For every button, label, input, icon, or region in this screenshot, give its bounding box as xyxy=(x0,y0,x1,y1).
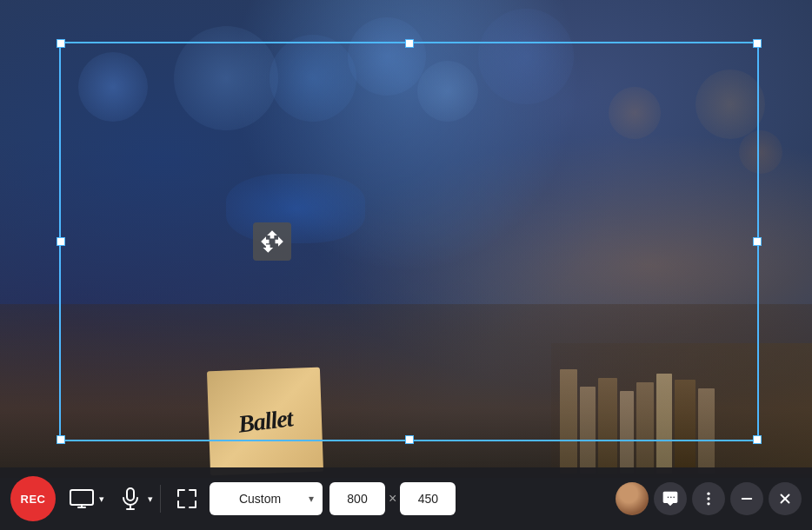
close-icon xyxy=(777,491,793,507)
mic-icon-wrap: ▾ xyxy=(111,481,153,516)
screen-icon xyxy=(70,489,94,508)
chat-icon xyxy=(662,490,679,507)
minus-icon xyxy=(739,491,755,507)
crop-selection[interactable] xyxy=(59,42,759,441)
preset-dropdown[interactable]: Custom ▾ xyxy=(210,482,323,515)
rec-label: REC xyxy=(21,493,46,506)
width-input[interactable] xyxy=(329,482,385,515)
minimize-button[interactable] xyxy=(730,482,763,515)
svg-point-4 xyxy=(707,493,709,495)
handle-bottom-right[interactable] xyxy=(753,435,762,444)
toolbar: REC ▾ ▾ Custom ▾ xyxy=(0,467,812,530)
user-avatar[interactable] xyxy=(616,482,649,515)
more-button[interactable] xyxy=(692,482,725,515)
move-cursor-icon[interactable] xyxy=(253,222,291,261)
handle-bottom-center[interactable] xyxy=(405,435,414,444)
height-input[interactable] xyxy=(400,482,456,515)
handle-middle-right[interactable] xyxy=(753,237,762,246)
mic-icon xyxy=(121,487,140,510)
move-arrows-icon xyxy=(260,229,284,254)
close-button[interactable] xyxy=(769,482,802,515)
svg-point-5 xyxy=(707,497,709,500)
times-symbol: × xyxy=(389,491,396,507)
right-controls xyxy=(616,482,802,515)
avatar-image xyxy=(616,482,649,515)
screen-button[interactable] xyxy=(63,481,101,516)
expand-icon xyxy=(177,489,196,508)
screen-icon-wrap: ▾ xyxy=(63,481,104,516)
handle-top-left[interactable] xyxy=(57,39,65,48)
svg-point-6 xyxy=(707,502,709,505)
divider-1 xyxy=(160,485,161,513)
svg-rect-1 xyxy=(127,488,134,500)
chat-button[interactable] xyxy=(654,482,687,515)
preset-arrow: ▾ xyxy=(309,493,314,505)
mic-button[interactable] xyxy=(111,481,150,516)
handle-top-right[interactable] xyxy=(753,39,762,48)
preset-label: Custom xyxy=(218,492,302,506)
expand-button[interactable] xyxy=(171,483,203,514)
handle-middle-left[interactable] xyxy=(57,237,65,246)
handle-top-center[interactable] xyxy=(405,39,414,48)
rec-button[interactable]: REC xyxy=(10,476,56,521)
handle-bottom-left[interactable] xyxy=(57,435,65,444)
size-inputs: × xyxy=(329,482,456,515)
svg-rect-0 xyxy=(70,490,93,505)
more-icon xyxy=(700,490,717,507)
